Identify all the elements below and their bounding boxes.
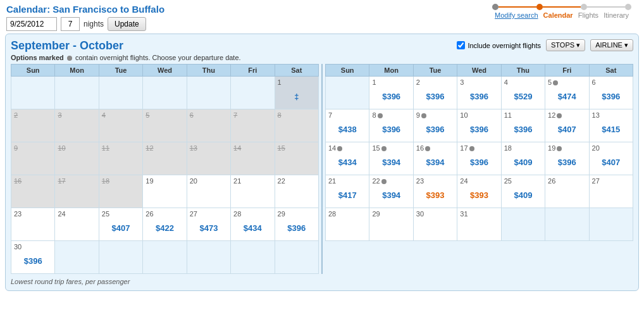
day-price[interactable]: $417 — [328, 190, 366, 200]
table-row[interactable]: 14$434 — [326, 142, 369, 175]
nav-step-itinerary: Itinerary — [604, 11, 629, 19]
day-price[interactable]: $396 — [372, 125, 410, 134]
day-number: 25 — [102, 210, 109, 218]
table-row[interactable]: 7$438 — [326, 109, 369, 142]
day-price[interactable]: $415 — [592, 125, 630, 134]
day-price[interactable]: $529 — [504, 92, 542, 101]
day-number: 21 — [328, 177, 336, 185]
col-header-fri: Fri — [231, 65, 275, 77]
day-price[interactable]: $409 — [504, 158, 542, 167]
day-price[interactable]: $474 — [548, 92, 586, 101]
day-number: 4 — [504, 78, 508, 86]
table-row[interactable]: 10$396 — [457, 109, 501, 142]
table-row[interactable]: 23$393 — [413, 175, 457, 208]
overnight-dot — [557, 146, 562, 151]
day-price[interactable]: $422 — [146, 223, 183, 233]
day-number: 14 — [328, 144, 336, 152]
table-row[interactable]: 20$407 — [589, 142, 633, 175]
day-price[interactable]: $396 — [278, 223, 316, 233]
nav-step-modify-search[interactable]: Modify search — [495, 11, 538, 19]
day-price[interactable]: $396 — [14, 256, 52, 266]
col-header-wed: Wed — [143, 65, 187, 77]
day-number: 12 — [146, 144, 153, 152]
table-row: 28 — [326, 208, 369, 241]
table-row[interactable]: 9$396 — [413, 109, 457, 142]
day-price[interactable]: $396 — [460, 92, 498, 101]
table-row: 18 — [99, 175, 142, 208]
day-price[interactable]: $434 — [328, 158, 366, 167]
table-row[interactable]: 28$434 — [231, 208, 275, 241]
day-price[interactable]: $396 — [460, 125, 498, 134]
date-input[interactable] — [6, 17, 57, 31]
day-price[interactable]: $409 — [504, 190, 542, 200]
airline-button[interactable]: AIRLINE ▾ — [590, 39, 633, 51]
day-price[interactable]: $407 — [548, 125, 586, 134]
day-price[interactable]: $396 — [460, 158, 498, 167]
table-row[interactable]: 18$409 — [501, 142, 545, 175]
table-row[interactable]: 25$407 — [99, 208, 142, 241]
day-price[interactable]: $394 — [416, 158, 454, 167]
day-number: 22 — [278, 177, 285, 185]
day-price[interactable]: $396 — [504, 125, 542, 134]
table-row: 15 — [275, 142, 318, 175]
table-row[interactable]: 16$394 — [413, 142, 457, 175]
nights-input[interactable] — [61, 17, 80, 31]
day-price[interactable]: $407 — [592, 158, 630, 167]
table-row[interactable]: 27$473 — [187, 208, 230, 241]
table-row[interactable]: 6$396 — [589, 77, 633, 109]
table-row[interactable]: 21$417 — [326, 175, 369, 208]
day-price[interactable]: $396 — [592, 92, 630, 101]
table-row[interactable]: 15$394 — [369, 142, 413, 175]
day-price[interactable]: $473 — [190, 223, 228, 233]
overnight-checkbox-label[interactable]: Include overnight flights — [457, 41, 541, 49]
table-row — [99, 241, 142, 274]
table-row[interactable]: 12$407 — [545, 109, 589, 142]
table-row: 13 — [187, 142, 230, 175]
table-row[interactable]: 3$396 — [457, 77, 501, 109]
table-row: 14 — [231, 142, 275, 175]
table-row[interactable]: 29$396 — [275, 208, 318, 241]
day-price[interactable]: $393 — [416, 190, 454, 200]
day-price[interactable]: $434 — [233, 223, 271, 233]
table-row[interactable]: 25$409 — [501, 175, 545, 208]
table-row[interactable]: 5$474 — [545, 77, 589, 109]
table-row: 3 — [55, 109, 99, 142]
stops-button[interactable]: STOPS ▾ — [546, 39, 585, 51]
table-row[interactable]: 22$394 — [369, 175, 413, 208]
day-price[interactable]: $393 — [460, 190, 498, 200]
day-number: 10 — [460, 111, 468, 119]
table-row[interactable]: 17$396 — [457, 142, 501, 175]
day-price[interactable]: $394 — [372, 190, 410, 200]
day-number: 6 — [190, 111, 194, 119]
overnight-checkbox[interactable] — [457, 41, 465, 49]
day-number: 14 — [233, 144, 241, 152]
update-button[interactable]: Update — [108, 17, 146, 31]
table-row[interactable]: 1$396 — [369, 77, 413, 109]
table-row — [326, 77, 369, 109]
col-header-sun: Sun — [326, 65, 369, 77]
day-price[interactable]: $396 — [416, 92, 454, 101]
day-number: 12 — [548, 111, 555, 119]
day-price[interactable]: $394 — [372, 158, 410, 167]
day-price[interactable]: $438 — [328, 125, 366, 134]
day-number: 6 — [592, 78, 596, 86]
table-row — [143, 77, 187, 109]
table-row[interactable]: 30$396 — [11, 241, 55, 274]
day-price[interactable]: $407 — [102, 223, 140, 233]
table-row[interactable]: 19$396 — [545, 142, 589, 175]
table-row[interactable]: 13$415 — [589, 109, 633, 142]
table-row[interactable]: 2$396 — [413, 77, 457, 109]
day-number: 28 — [233, 210, 241, 218]
day-price[interactable]: $396 — [416, 125, 454, 134]
table-row[interactable]: 11$396 — [501, 109, 545, 142]
day-price[interactable]: $396 — [372, 92, 410, 101]
table-row[interactable]: 8$396 — [369, 109, 413, 142]
day-number: 20 — [592, 144, 600, 152]
table-row[interactable]: 26$422 — [143, 208, 187, 241]
table-row[interactable]: 24$393 — [457, 175, 501, 208]
table-row — [55, 77, 99, 109]
table-row[interactable]: 4$529 — [501, 77, 545, 109]
day-price[interactable]: $396 — [548, 158, 586, 167]
day-number: 10 — [58, 144, 65, 152]
table-row: 21 — [231, 175, 275, 208]
